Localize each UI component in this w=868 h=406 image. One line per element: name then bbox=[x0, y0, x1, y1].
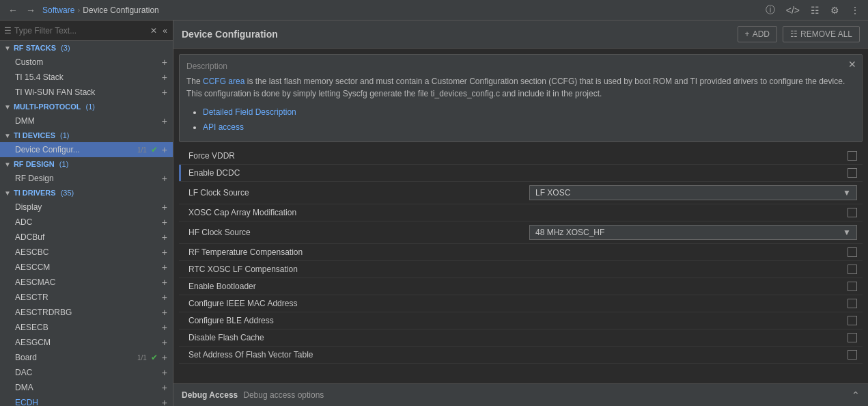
sidebar-item-rfdesign[interactable]: RF Design + bbox=[0, 171, 173, 186]
adcbuf-add-button[interactable]: + bbox=[160, 232, 169, 243]
settings-icon[interactable]: ⚙ bbox=[828, 3, 842, 17]
code-icon[interactable]: </> bbox=[783, 3, 802, 17]
grid-icon[interactable]: ☷ bbox=[808, 3, 822, 17]
remove-all-button[interactable]: ☷ REMOVE ALL bbox=[783, 26, 860, 42]
fields-area: Force VDDR Enable DCDC LF Clock Source L… bbox=[173, 148, 868, 383]
dmm-add-button[interactable]: + bbox=[160, 116, 169, 126]
sidebar-item-dma[interactable]: DMA + bbox=[0, 380, 173, 395]
sidebar-item-aesctr[interactable]: AESCTR + bbox=[0, 290, 173, 305]
aesecb-label: AESECB bbox=[15, 323, 158, 332]
hf-clock-source-control: 48 MHz XOSC_HF ▼ bbox=[529, 225, 857, 240]
sidebar-item-aescbc[interactable]: AESCBC + bbox=[0, 245, 173, 260]
disable-flash-cache-checkbox[interactable] bbox=[848, 333, 857, 342]
description-close-button[interactable]: ✕ bbox=[848, 59, 856, 70]
group-multiprotocol[interactable]: ▼ MULTI-PROTOCOL (1) bbox=[0, 100, 173, 113]
ble-address-checkbox[interactable] bbox=[848, 316, 857, 325]
lf-clock-source-dropdown[interactable]: LF XOSC ▼ bbox=[529, 185, 857, 200]
info-icon[interactable]: ⓘ bbox=[763, 3, 778, 18]
aesccm-add-button[interactable]: + bbox=[160, 262, 169, 273]
hf-clock-source-dropdown[interactable]: 48 MHz XOSC_HF ▼ bbox=[529, 225, 857, 240]
sidebar-item-aesccm[interactable]: AESCCM + bbox=[0, 260, 173, 275]
ieee-mac-checkbox[interactable] bbox=[848, 299, 857, 308]
lf-clock-source-value: LF XOSC bbox=[535, 188, 843, 198]
group-rfdesign[interactable]: ▼ RF DESIGN (1) bbox=[0, 157, 173, 171]
aesctrdrbg-add-button[interactable]: + bbox=[160, 307, 169, 318]
sidebar-item-tiwisun[interactable]: TI Wi-SUN FAN Stack + bbox=[0, 85, 173, 100]
sidebar-item-ti154stack[interactable]: TI 15.4 Stack + bbox=[0, 70, 173, 85]
sidebar-item-board[interactable]: Board 1/1 ✔ + bbox=[0, 350, 173, 365]
aesctr-add-button[interactable]: + bbox=[160, 292, 169, 303]
top-bar-actions: ⓘ </> ☷ ⚙ ⋮ bbox=[763, 3, 863, 18]
sidebar-item-custom[interactable]: Custom + bbox=[0, 55, 173, 70]
ecdh-add-button[interactable]: + bbox=[160, 397, 169, 406]
custom-add-button[interactable]: + bbox=[160, 57, 169, 68]
aescbc-add-button[interactable]: + bbox=[160, 247, 169, 258]
sidebar: ☰ ✕ « ▼ RF STACKS (3) Custom + TI 15.4 S… bbox=[0, 21, 173, 406]
display-label: Display bbox=[15, 202, 158, 212]
disable-flash-cache-label: Disable Flash Cache bbox=[184, 333, 529, 342]
dac-add-button[interactable]: + bbox=[160, 367, 169, 378]
sidebar-filter-bar: ☰ ✕ « bbox=[0, 21, 173, 41]
forward-button[interactable]: → bbox=[23, 3, 38, 17]
rtc-xosc-lf-control bbox=[529, 265, 857, 274]
tiwisun-add-button[interactable]: + bbox=[160, 87, 169, 98]
aesgcm-label: AESGCM bbox=[15, 338, 158, 347]
sidebar-item-aescmac[interactable]: AESCMAC + bbox=[0, 275, 173, 290]
rfdesign-add-button[interactable]: + bbox=[160, 173, 169, 184]
content-title: Device Configuration bbox=[182, 29, 732, 40]
sidebar-item-aesctrdrbg[interactable]: AESCTRDRBG + bbox=[0, 305, 173, 320]
force-vddr-checkbox[interactable] bbox=[848, 151, 857, 161]
add-plus-icon: + bbox=[745, 29, 750, 39]
sidebar-item-aesgcm[interactable]: AESGCM + bbox=[0, 335, 173, 350]
remove-all-label: REMOVE ALL bbox=[800, 29, 852, 39]
aesecb-add-button[interactable]: + bbox=[160, 322, 169, 333]
api-access-link[interactable]: API access bbox=[203, 122, 244, 132]
ti154stack-add-button[interactable]: + bbox=[160, 72, 169, 83]
add-button[interactable]: + ADD bbox=[738, 26, 777, 42]
group-tidrivers[interactable]: ▼ TI DRIVERS (35) bbox=[0, 186, 173, 200]
enable-bootloader-checkbox[interactable] bbox=[848, 282, 857, 291]
sidebar-item-ecdh[interactable]: ECDH + bbox=[0, 395, 173, 406]
flash-vector-table-checkbox[interactable] bbox=[848, 350, 857, 360]
enable-dcdc-checkbox[interactable] bbox=[848, 168, 857, 178]
sidebar-item-dac[interactable]: DAC + bbox=[0, 365, 173, 380]
display-add-button[interactable]: + bbox=[160, 202, 169, 213]
sidebar-item-aesecb[interactable]: AESECB + bbox=[0, 320, 173, 335]
aescmac-add-button[interactable]: + bbox=[160, 277, 169, 288]
filter-input[interactable] bbox=[14, 26, 146, 36]
device-config-add-button[interactable]: + bbox=[160, 144, 169, 155]
aesctr-label: AESCTR bbox=[15, 293, 158, 302]
field-enable-bootloader: Enable Bootloader bbox=[179, 278, 863, 295]
detailed-field-description-link[interactable]: Detailed Field Description bbox=[203, 107, 296, 117]
dma-label: DMA bbox=[15, 383, 158, 392]
sidebar-item-device-config[interactable]: Device Configur... 1/1 ✔ + bbox=[0, 142, 173, 157]
rtc-xosc-lf-checkbox[interactable] bbox=[848, 265, 857, 274]
ccfg-area-link[interactable]: CCFG area bbox=[203, 77, 244, 86]
sidebar-collapse-button[interactable]: « bbox=[161, 25, 169, 37]
group-tidevices[interactable]: ▼ TI DEVICES (1) bbox=[0, 128, 173, 142]
ecdh-label: ECDH bbox=[15, 398, 158, 406]
group-rf-stacks[interactable]: ▼ RF STACKS (3) bbox=[0, 41, 173, 55]
adc-add-button[interactable]: + bbox=[160, 217, 169, 228]
dmm-label: DMM bbox=[15, 116, 158, 126]
board-add-button[interactable]: + bbox=[160, 352, 169, 363]
rf-temp-comp-checkbox[interactable] bbox=[848, 247, 857, 257]
sidebar-item-adcbuf[interactable]: ADCBuf + bbox=[0, 230, 173, 245]
sidebar-item-display[interactable]: Display + bbox=[0, 200, 173, 215]
xosc-cap-checkbox[interactable] bbox=[848, 208, 857, 217]
rfdesign-label: RF DESIGN bbox=[14, 160, 55, 168]
dma-add-button[interactable]: + bbox=[160, 382, 169, 393]
back-button[interactable]: ← bbox=[5, 3, 20, 17]
rfdesign-count: (1) bbox=[57, 160, 69, 168]
filter-close-button[interactable]: ✕ bbox=[149, 25, 158, 37]
aescbc-label: AESCBC bbox=[15, 247, 158, 257]
board-badge: 1/1 bbox=[137, 354, 147, 362]
more-icon[interactable]: ⋮ bbox=[848, 3, 863, 17]
aesgcm-add-button[interactable]: + bbox=[160, 337, 169, 348]
description-text2: This configuration is done by simply let… bbox=[186, 89, 602, 98]
sidebar-item-adc[interactable]: ADC + bbox=[0, 215, 173, 230]
debug-section[interactable]: Debug Access Debug access options ⌃ bbox=[173, 383, 868, 406]
sidebar-item-dmm[interactable]: DMM + bbox=[0, 113, 173, 128]
breadcrumb-software[interactable]: Software bbox=[42, 5, 74, 15]
enable-dcdc-indicator bbox=[179, 165, 181, 181]
